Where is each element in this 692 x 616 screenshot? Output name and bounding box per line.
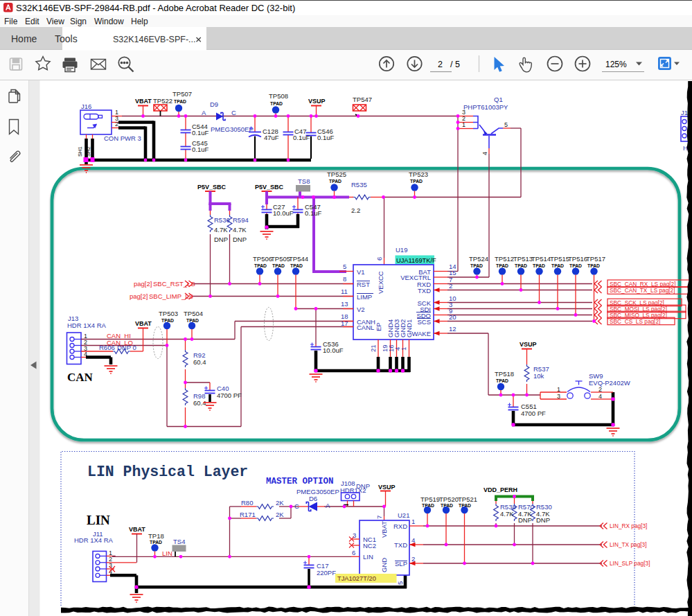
svg-text:VSUP: VSUP (520, 341, 537, 348)
svg-text:HDR 1X4 RA: HDR 1X4 RA (74, 536, 114, 544)
svg-text:Tools: Tools (55, 33, 78, 44)
svg-text:DNP: DNP (518, 516, 532, 524)
svg-text:TP516: TP516 (568, 255, 587, 263)
svg-text:TP523: TP523 (409, 170, 428, 178)
svg-text:File: File (4, 17, 18, 26)
svg-text:GND: GND (380, 558, 388, 572)
svg-text:LIN: LIN (87, 513, 110, 527)
svg-text:SBC_CS_LS pag[2]: SBC_CS_LS pag[2] (610, 318, 660, 325)
svg-text:TPAD: TPAD (515, 263, 527, 268)
svg-text:CANL: CANL (357, 324, 374, 331)
svg-text:SCS: SCS (417, 318, 431, 326)
svg-text:TPAD: TPAD (329, 179, 341, 184)
svg-text:TP503: TP503 (159, 310, 178, 317)
svg-text:0.1uF: 0.1uF (192, 129, 209, 137)
svg-text:12: 12 (449, 325, 456, 333)
svg-text:2: 2 (598, 386, 602, 393)
svg-text:Sign: Sign (70, 17, 87, 26)
svg-text:V1: V1 (357, 268, 365, 276)
svg-text:DNP: DNP (536, 516, 550, 524)
svg-text:21: 21 (369, 344, 377, 352)
svg-text:TPAD: TPAD (270, 101, 283, 106)
svg-text:D9: D9 (210, 100, 218, 108)
svg-text:TP520: TP520 (439, 495, 459, 503)
svg-text:2K: 2K (276, 511, 284, 518)
svg-text:4: 4 (598, 393, 602, 400)
svg-text:1: 1 (400, 347, 407, 351)
svg-text:4700 PF: 4700 PF (217, 391, 242, 399)
svg-text:TPAD: TPAD (174, 99, 186, 104)
svg-text:TPAD: TPAD (587, 263, 600, 268)
svg-text:4.7K: 4.7K (500, 510, 514, 518)
svg-text:S32K146EVB-SPF-...: S32K146EVB-SPF-... (113, 35, 196, 44)
svg-text:SH1: SH1 (77, 146, 83, 157)
svg-text:EVQ-P2402W: EVQ-P2402W (589, 379, 630, 387)
svg-text:TPAD: TPAD (533, 263, 545, 268)
svg-text:60.4: 60.4 (193, 358, 206, 366)
svg-text:125%: 125% (605, 60, 627, 69)
svg-text:Window: Window (94, 17, 124, 26)
svg-text:TP525: TP525 (327, 170, 346, 178)
svg-text:TXD: TXD (394, 541, 407, 549)
svg-text:0.1uF: 0.1uF (293, 134, 310, 141)
svg-text:pag[2]: pag[2] (130, 292, 148, 300)
svg-text:TPAD: TPAD (410, 179, 423, 184)
svg-text:3: 3 (353, 531, 356, 539)
svg-text:2: 2 (449, 282, 452, 290)
svg-text:VSUP: VSUP (308, 98, 326, 105)
svg-text:J16: J16 (81, 103, 91, 110)
svg-text:7: 7 (375, 516, 383, 519)
svg-text:5: 5 (504, 121, 508, 128)
svg-text:TPAD: TPAD (272, 263, 285, 268)
svg-text:RST: RST (357, 281, 370, 288)
svg-text:View: View (46, 17, 64, 26)
svg-text:GND1: GND1 (405, 319, 413, 337)
svg-text:TP521: TP521 (458, 495, 477, 503)
svg-text:R80: R80 (241, 499, 253, 507)
svg-text:VBAT: VBAT (380, 521, 388, 538)
svg-text:11: 11 (341, 288, 348, 295)
svg-text:TP504: TP504 (184, 310, 203, 317)
svg-text:10.0uF: 10.0uF (273, 209, 294, 217)
svg-text:A: A (326, 502, 330, 509)
svg-text:P5V_SBC: P5V_SBC (197, 184, 227, 191)
svg-text:TP524: TP524 (469, 255, 488, 263)
svg-text:TPAD: TPAD (290, 263, 303, 268)
svg-text:TP512: TP512 (495, 255, 514, 263)
svg-text:2: 2 (115, 121, 118, 127)
svg-text:V2: V2 (357, 306, 365, 313)
svg-text:13: 13 (341, 300, 348, 308)
svg-text:10k: 10k (533, 372, 544, 380)
svg-text:TP513: TP513 (513, 255, 533, 263)
svg-text:CON PWR 3: CON PWR 3 (104, 134, 141, 142)
svg-text:VBAT: VBAT (129, 526, 145, 533)
svg-text:VBAT: VBAT (135, 98, 152, 105)
svg-text:TPAD: TPAD (551, 263, 564, 268)
svg-text:TPAD: TPAD (161, 318, 174, 323)
svg-text:SBC_CAN_TX_LS pag[2]: SBC_CAN_TX_LS pag[2] (610, 287, 675, 294)
svg-text:10.0uF: 10.0uF (323, 346, 344, 354)
svg-text:5: 5 (343, 263, 346, 270)
svg-text:2.2: 2.2 (351, 206, 360, 214)
svg-text:TPAD: TPAD (496, 378, 508, 383)
svg-text:17: 17 (341, 319, 348, 327)
svg-text:UJA1169TK/F: UJA1169TK/F (396, 257, 436, 264)
svg-text:R171: R171 (240, 511, 256, 518)
svg-text:6: 6 (375, 257, 383, 261)
svg-text:LIN: LIN (162, 549, 172, 557)
svg-text:PMEG3050EP: PMEG3050EP (296, 488, 339, 495)
svg-text:20: 20 (449, 313, 456, 321)
svg-text:TPAD: TPAD (186, 318, 199, 323)
svg-text:TP508: TP508 (269, 92, 288, 100)
svg-text:220PF: 220PF (317, 569, 336, 577)
svg-text:LIN_SLP pag[3]: LIN_SLP pag[3] (610, 560, 650, 567)
svg-text:D6: D6 (309, 495, 317, 502)
svg-text:Edit: Edit (25, 17, 39, 26)
svg-text:U21: U21 (398, 511, 409, 519)
svg-text:47uF: 47uF (264, 134, 279, 141)
svg-text:TP522: TP522 (153, 97, 172, 105)
svg-text:/ 5: / 5 (450, 60, 460, 69)
svg-text:S32K146EVB-SPF-29844-RB.pdf -: S32K146EVB-SPF-29844-RB.pdf - Adobe Acro… (16, 3, 295, 13)
svg-text:TP517: TP517 (586, 255, 605, 263)
svg-text:TP514: TP514 (531, 255, 551, 263)
